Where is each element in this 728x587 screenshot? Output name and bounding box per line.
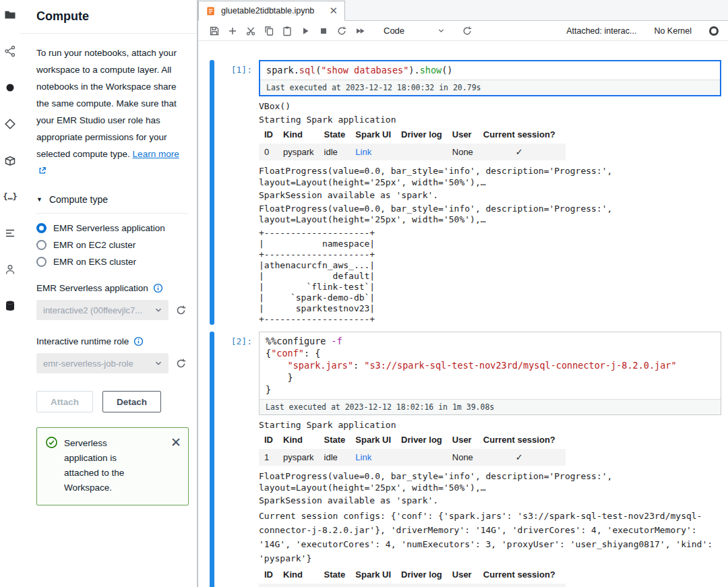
close-icon[interactable]: ✕ (329, 5, 338, 17)
run-all-icon[interactable] (351, 23, 369, 39)
column-header: State (324, 433, 356, 449)
last-executed-bar: Last executed at 2023-12-12 18:02:16 in … (260, 399, 721, 414)
spark-session-table: IDKindStateSpark UIDriver logUserCurrent… (259, 433, 566, 466)
list-icon[interactable] (3, 226, 17, 240)
braces-icon[interactable]: {…} (3, 190, 17, 204)
output-vbox: VBox() (259, 101, 721, 113)
cell-input: spark.sql("show databases").show() Last … (259, 60, 721, 96)
session-table-row: 1pysparkidleLinkNone✓ (259, 584, 566, 587)
cell-outputs: VBox() Starting Spark application IDKind… (259, 101, 721, 325)
notebook-cell-2: [2]: %%configure -f{"conf": { "spark.jar… (210, 332, 721, 587)
radio-emr-eks[interactable]: EMR on EKS cluster (36, 257, 187, 267)
stop-icon[interactable] (314, 23, 332, 39)
check-circle-icon (45, 436, 58, 449)
refresh-applications-button[interactable] (175, 303, 188, 317)
database-icon[interactable] (3, 299, 17, 313)
column-header: Current session? (483, 433, 566, 449)
code-editor[interactable]: %%configure -f{"conf": { "spark.jars": "… (260, 332, 721, 399)
column-header: Spark UI (355, 127, 401, 144)
column-header: User (452, 127, 483, 144)
caret-down-icon (154, 305, 163, 315)
refresh-icon[interactable] (458, 23, 476, 39)
external-link-icon (38, 166, 47, 175)
cell-collapser[interactable] (210, 60, 214, 325)
tab-title: gluetable2tidbtable.ipynb (221, 6, 314, 16)
info-icon[interactable] (133, 336, 144, 346)
column-header: Kind (283, 127, 324, 144)
restart-kernel-icon[interactable] (332, 23, 351, 39)
output-prompt (214, 420, 259, 587)
box-icon[interactable] (3, 154, 17, 167)
attach-button[interactable]: Attach (36, 391, 93, 412)
output-progress: FloatProgress(value=0.0, bar_style='info… (259, 471, 721, 493)
learn-more-link[interactable]: Learn more (133, 149, 179, 159)
column-header: ID (259, 433, 283, 449)
column-header: Current session? (483, 127, 566, 144)
radio-emr-ec2[interactable]: EMR on EC2 cluster (36, 240, 187, 250)
output-prompt (214, 101, 259, 325)
nodes-icon[interactable] (3, 44, 17, 58)
runtime-role-select[interactable]: emr-serverless-job-role (36, 353, 169, 373)
output-progress: FloatProgress(value=0.0, bar_style='info… (259, 204, 721, 226)
kernel-status-circle-icon (709, 26, 719, 36)
notebook-cell-1: [1]: spark.sql("show databases").show() … (210, 60, 721, 325)
close-icon[interactable]: ✕ (171, 436, 181, 449)
refresh-roles-button[interactable] (175, 357, 188, 370)
paste-icon[interactable] (278, 23, 296, 39)
user-icon[interactable] (3, 263, 17, 276)
notebook-toolbar: Code Attached: interac... No Kernel (198, 21, 728, 41)
spark-ui-link[interactable]: Link (355, 452, 371, 462)
column-header: User (452, 433, 483, 449)
session-table-row: 1pysparkidleLinkNone✓ (259, 449, 566, 466)
radio-icon (36, 240, 47, 250)
copy-icon[interactable] (260, 23, 278, 39)
notebook-scroll-area[interactable]: [1]: spark.sql("show databases").show() … (198, 41, 728, 587)
output-progress: FloatProgress(value=0.0, bar_style='info… (259, 166, 721, 188)
running-dot-icon[interactable] (3, 81, 17, 94)
emr-studio-workspace: {…} Compute To run your notebooks, attac… (0, 0, 728, 587)
column-header: Driver log (401, 567, 452, 584)
runtime-role-label: Interactive runtime role (36, 336, 187, 346)
cut-icon[interactable] (241, 23, 260, 39)
radio-icon (36, 223, 47, 233)
cell-collapser[interactable] (210, 332, 214, 587)
folder-icon[interactable] (3, 8, 17, 22)
output-starting: Starting Spark application (259, 420, 721, 431)
notebook-area: gluetable2tidbtable.ipynb ✕ (198, 0, 728, 587)
column-header: State (324, 127, 356, 144)
radio-emr-serverless[interactable]: EMR Serverless application (36, 223, 187, 233)
run-icon[interactable] (296, 23, 314, 39)
kernel-status[interactable]: No Kernel (654, 26, 692, 36)
output-spark-session: SparkSession available as 'spark'. (259, 495, 721, 507)
column-header: ID (259, 127, 283, 144)
session-table-row: 0pysparkidleLinkNone✓ (259, 144, 566, 160)
success-alert: Serverless application is attached to th… (36, 427, 189, 505)
page-title: Compute (36, 9, 181, 24)
tab-notebook[interactable]: gluetable2tidbtable.ipynb ✕ (198, 1, 345, 21)
cell-input: %%configure -f{"conf": { "spark.jars": "… (259, 332, 721, 415)
column-header: ID (259, 567, 283, 584)
execution-count: [2]: (214, 332, 259, 415)
output-spark-session: SparkSession available as 'spark'. (259, 190, 721, 202)
add-cell-icon[interactable] (223, 23, 241, 39)
spark-ui-link[interactable]: Link (355, 147, 371, 157)
activity-bar: {…} (0, 0, 20, 587)
output-starting: Starting Spark application (259, 115, 721, 126)
info-icon[interactable] (153, 283, 163, 293)
column-header: Spark UI (355, 567, 401, 584)
column-header: Current session? (483, 567, 566, 584)
code-editor[interactable]: spark.sql("show databases").show() (260, 61, 720, 80)
column-header: Driver log (401, 127, 452, 144)
cell-type-select[interactable]: Code (384, 26, 446, 36)
serverless-application-select[interactable]: interactive2 (00ffeevjlc7... (36, 300, 169, 320)
namespace-ascii-table: +--------------------+ | namespace| +---… (259, 228, 721, 325)
compute-panel-header: Compute (20, 0, 197, 34)
compute-type-section-header[interactable]: ▼ Compute type (36, 194, 187, 214)
column-header: Kind (283, 567, 324, 584)
diamond-icon[interactable] (3, 117, 17, 131)
caret-down-icon (154, 359, 163, 368)
detach-button[interactable]: Detach (102, 391, 161, 412)
save-icon[interactable] (205, 23, 223, 39)
attached-status: Attached: interac... (566, 26, 636, 36)
last-executed-bar: Last executed at 2023-12-12 18:00:32 in … (260, 80, 720, 95)
